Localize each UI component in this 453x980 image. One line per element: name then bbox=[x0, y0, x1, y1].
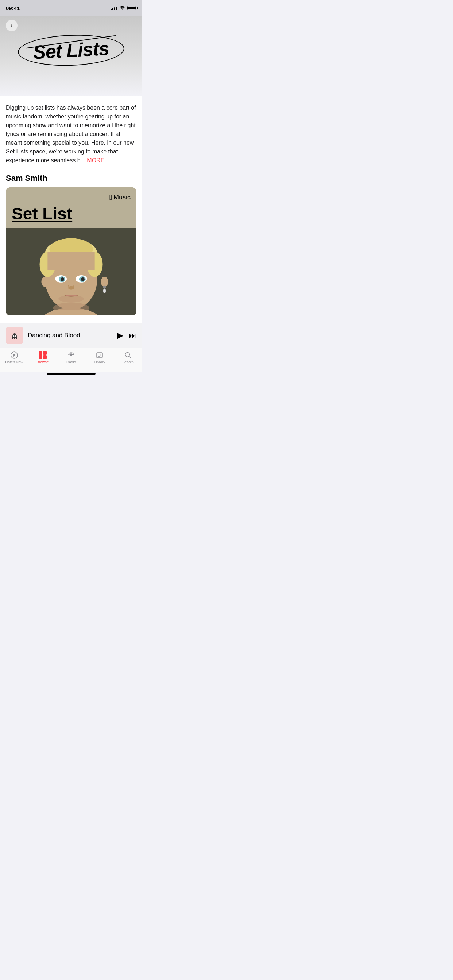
section-title: Sam Smith bbox=[6, 173, 136, 183]
wifi-icon bbox=[119, 6, 125, 10]
home-indicator bbox=[47, 373, 96, 375]
status-icons bbox=[110, 6, 136, 10]
svg-rect-21 bbox=[53, 310, 89, 315]
artist-face-svg bbox=[6, 228, 136, 315]
tab-radio[interactable]: Radio bbox=[57, 351, 85, 364]
tab-bar: Listen Now Browse Radio Library bbox=[0, 348, 142, 372]
status-bar: 09:41 bbox=[0, 0, 142, 16]
mini-player[interactable]: Dancing and Blood ▶ ⏭ bbox=[0, 323, 142, 348]
mini-player-controls: ▶ ⏭ bbox=[117, 331, 136, 340]
tab-library[interactable]: Library bbox=[85, 351, 114, 364]
tab-radio-label: Radio bbox=[66, 360, 76, 364]
svg-point-16 bbox=[41, 277, 48, 287]
card-top:  Music Set List bbox=[6, 188, 136, 228]
tab-listen-now-label: Listen Now bbox=[5, 360, 23, 364]
status-time: 09:41 bbox=[6, 5, 20, 11]
svg-point-18 bbox=[103, 286, 106, 289]
tab-search-label: Search bbox=[122, 360, 134, 364]
svg-point-24 bbox=[15, 336, 16, 337]
tab-browse-label: Browse bbox=[37, 360, 48, 364]
svg-point-23 bbox=[13, 336, 14, 337]
tab-library-label: Library bbox=[94, 360, 105, 364]
set-lists-logo: Set Lists bbox=[18, 33, 125, 67]
library-icon bbox=[96, 351, 104, 359]
artist-card[interactable]:  Music Set List bbox=[6, 188, 136, 315]
svg-line-33 bbox=[129, 356, 131, 358]
set-lists-title: Set Lists bbox=[33, 39, 109, 62]
forward-button[interactable]: ⏭ bbox=[129, 331, 136, 340]
listen-now-icon bbox=[10, 351, 18, 359]
radio-icon bbox=[67, 351, 75, 359]
browse-icon bbox=[39, 351, 47, 359]
track-art-icon bbox=[8, 329, 21, 342]
mini-player-title: Dancing and Blood bbox=[28, 332, 113, 339]
svg-marker-26 bbox=[13, 354, 16, 356]
tab-listen-now[interactable]: Listen Now bbox=[0, 351, 29, 364]
signal-icon bbox=[110, 6, 117, 10]
battery-icon bbox=[127, 6, 136, 10]
search-icon bbox=[124, 351, 132, 359]
back-chevron-icon: ‹ bbox=[10, 22, 12, 29]
svg-rect-7 bbox=[48, 251, 94, 270]
svg-point-27 bbox=[70, 354, 72, 356]
card-artist-image bbox=[6, 228, 136, 315]
more-link[interactable]: MORE bbox=[87, 157, 104, 163]
apple-music-badge:  Music bbox=[12, 193, 131, 202]
header-area: ‹ Set Lists bbox=[0, 16, 142, 96]
set-list-card-label: Set List bbox=[12, 205, 131, 225]
content-area: Digging up set lists has always been a c… bbox=[0, 96, 142, 323]
apple-logo-icon:  bbox=[109, 193, 112, 202]
back-button[interactable]: ‹ bbox=[6, 20, 18, 31]
mini-player-art bbox=[6, 327, 23, 344]
svg-point-19 bbox=[103, 289, 106, 293]
play-button[interactable]: ▶ bbox=[117, 331, 123, 340]
svg-point-15 bbox=[58, 295, 84, 302]
tab-browse[interactable]: Browse bbox=[29, 351, 57, 364]
description-text: Digging up set lists has always been a c… bbox=[6, 103, 136, 165]
svg-point-13 bbox=[81, 277, 85, 281]
svg-point-12 bbox=[61, 277, 64, 281]
tab-search[interactable]: Search bbox=[114, 351, 142, 364]
svg-point-17 bbox=[101, 277, 108, 287]
